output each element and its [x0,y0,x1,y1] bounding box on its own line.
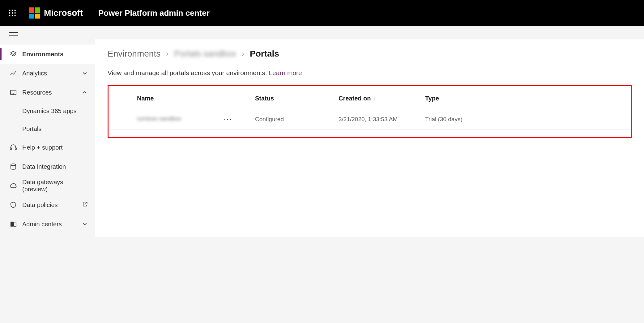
chevron-down-icon [81,221,88,227]
svg-point-11 [13,94,14,94]
breadcrumb-root[interactable]: Environments [108,49,160,59]
column-header-name[interactable]: Name [109,87,251,109]
headset-icon [9,143,17,151]
microsoft-logo-icon [29,7,40,19]
svg-point-14 [11,164,16,166]
svg-point-10 [12,94,12,94]
sidebar-item-label: Help + support [22,144,88,151]
microsoft-brand-text: Microsoft [44,8,83,18]
sidebar-item-label: Data gateways (preview) [22,179,88,193]
layers-icon [9,50,17,58]
database-icon [9,163,17,171]
shield-icon [9,201,17,209]
sidebar-item-label: Resources [22,89,81,96]
external-link-icon [82,201,88,209]
sidebar-item-environments[interactable]: Environments [0,45,95,64]
portal-type: Trial (30 days) [421,109,630,130]
svg-point-4 [12,12,13,14]
sidebar-item-data-gateways[interactable]: Data gateways (preview) [0,176,95,195]
sidebar-item-help-support[interactable]: Help + support [0,138,95,157]
learn-more-link[interactable]: Learn more [269,69,302,76]
svg-rect-13 [15,148,16,150]
svg-point-1 [12,10,13,11]
svg-point-2 [15,10,16,11]
svg-point-7 [12,15,13,16]
hamburger-icon[interactable] [9,32,18,38]
analytics-icon [9,69,17,77]
svg-point-0 [9,10,10,11]
microsoft-logo[interactable]: Microsoft [29,7,83,19]
table-row[interactable]: contoso sandbox ··· Configured 3/21/2020… [109,109,630,130]
chevron-right-icon: › [242,49,244,58]
sidebar-item-label: Data policies [22,202,82,209]
app-title: Power Platform admin center [98,8,210,18]
svg-point-5 [15,12,16,14]
portal-status: Configured [251,109,335,130]
description-text: View and manage all portals across your … [108,69,269,76]
page-description: View and manage all portals across your … [108,69,632,77]
sidebar-item-label: Admin centers [22,221,81,228]
column-header-status[interactable]: Status [251,87,335,109]
sidebar-subitem-dynamics-apps[interactable]: Dynamics 365 apps [0,102,95,120]
breadcrumb-environment[interactable]: Portals sandbox [174,49,236,59]
svg-point-6 [9,15,10,16]
sidebar: Environments Analytics Resources Dynamic… [0,26,95,323]
svg-rect-15 [11,222,14,227]
breadcrumb: Environments › Portals sandbox › Portals [108,49,632,59]
sort-descending-icon: ↓ [373,96,375,102]
svg-point-8 [15,15,16,16]
chevron-down-icon [81,70,88,77]
sidebar-item-data-policies[interactable]: Data policies [0,195,95,215]
svg-point-3 [9,12,10,14]
top-bar: Microsoft Power Platform admin center [0,0,644,26]
sidebar-item-label: Portals [22,125,41,133]
sidebar-item-label: Data integration [22,163,88,170]
portal-name: contoso sandbox [137,115,181,122]
svg-rect-16 [14,223,16,227]
sidebar-item-label: Analytics [22,70,81,77]
sidebar-item-analytics[interactable]: Analytics [0,64,95,83]
main-content: Environments › Portals sandbox › Portals… [95,26,644,323]
cloud-icon [9,182,17,190]
sidebar-item-admin-centers[interactable]: Admin centers [0,215,95,234]
chevron-right-icon: › [166,49,168,58]
portals-table-highlight: Name Status Created on↓ Type contoso san… [108,85,632,138]
breadcrumb-current: Portals [250,49,279,59]
portal-created-on: 3/21/2020, 1:33:53 AM [335,109,421,130]
resources-icon [9,88,17,96]
chevron-up-icon [81,89,88,96]
sidebar-subitem-portals[interactable]: Portals [0,120,95,138]
sidebar-item-label: Environments [22,51,88,58]
more-actions-icon[interactable]: ··· [224,115,232,123]
portals-table: Name Status Created on↓ Type contoso san… [109,87,630,130]
column-header-created-on[interactable]: Created on↓ [335,87,421,109]
sidebar-item-label: Dynamics 365 apps [22,108,77,115]
svg-rect-12 [10,148,11,150]
content-panel: Environments › Portals sandbox › Portals… [95,39,644,237]
sidebar-item-data-integration[interactable]: Data integration [0,157,95,176]
sidebar-item-resources[interactable]: Resources [0,83,95,102]
column-header-type[interactable]: Type [421,87,630,109]
admin-icon [9,220,17,228]
app-launcher-icon[interactable] [5,6,20,20]
